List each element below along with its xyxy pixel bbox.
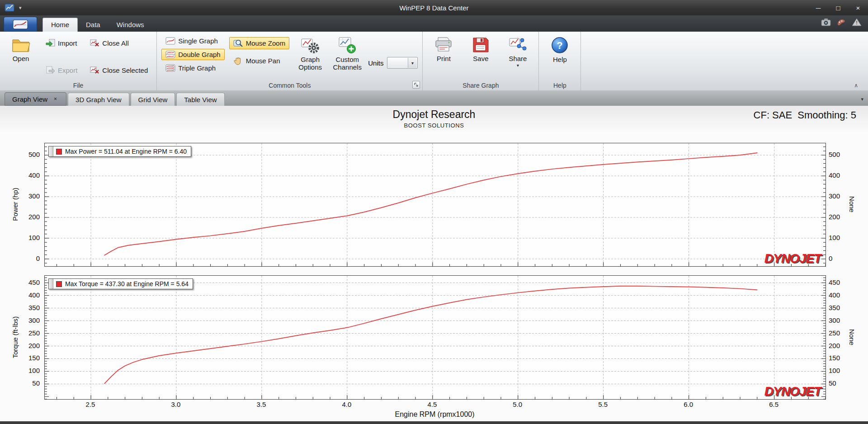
tab-close-icon[interactable]: × xyxy=(52,96,59,103)
save-button[interactable]: Save xyxy=(464,34,497,80)
ribbon-tab-home[interactable]: Home xyxy=(42,18,78,32)
mouse-pan-button[interactable]: Mouse Pan xyxy=(229,55,290,67)
mouse-zoom-button[interactable]: Mouse Zoom xyxy=(229,37,290,49)
custom-channels-button[interactable]: Custom Channels xyxy=(331,34,363,80)
close-button[interactable]: × xyxy=(848,0,868,15)
share-dropdown-arrow-icon[interactable]: ▾ xyxy=(517,64,519,67)
y-tick-label: 200 xyxy=(0,213,40,221)
y-tick-label: 300 xyxy=(0,192,40,200)
theme-brush-icon[interactable] xyxy=(836,18,846,26)
export-button[interactable]: Export xyxy=(42,64,81,76)
single-graph-icon xyxy=(165,37,175,45)
open-label: Open xyxy=(13,55,29,62)
close-selected-icon xyxy=(90,66,99,74)
mouse-zoom-label: Mouse Zoom xyxy=(246,39,286,47)
maximize-button[interactable]: □ xyxy=(828,0,848,15)
quick-access-icon[interactable]: ▾ xyxy=(19,5,22,11)
common-tools-dialog-launcher[interactable] xyxy=(412,81,420,89)
ribbon-collapse-button[interactable]: ∧ xyxy=(851,81,861,90)
import-label: Import xyxy=(58,39,77,47)
torque-plot-area[interactable]: Max Torque = 437.30 at Engine RPM = 5.64… xyxy=(44,275,826,400)
minimize-button[interactable]: ─ xyxy=(808,0,828,15)
triple-graph-button[interactable]: Triple Graph xyxy=(161,62,224,74)
group-label-file: File xyxy=(0,80,156,90)
y-tick-label: 100 xyxy=(0,367,40,375)
y-tick-label-right: 400 xyxy=(829,291,860,299)
tab-table-view-label: Table View xyxy=(184,96,217,104)
svg-text:!: ! xyxy=(856,20,858,25)
power-legend[interactable]: Max Power = 511.04 at Engine RPM = 6.40 xyxy=(48,146,191,157)
tab-grid-view[interactable]: Grid View xyxy=(131,93,175,106)
winpep-logo-icon xyxy=(13,19,28,29)
graph-options-label: Graph Options xyxy=(294,56,326,71)
legend-grip-icon[interactable] xyxy=(49,279,53,289)
share-button[interactable]: Share ▾ xyxy=(501,34,534,80)
group-label-share: Share Graph xyxy=(423,80,538,90)
y-tick-label: 0 xyxy=(0,254,40,263)
y-tick-label-right: 200 xyxy=(829,213,860,221)
y-tick-label: 450 xyxy=(0,278,40,287)
torque-legend[interactable]: Max Torque = 437.30 at Engine RPM = 5.64 xyxy=(48,278,193,289)
close-all-button[interactable]: Close All xyxy=(86,37,152,49)
y-tick-label-right: 400 xyxy=(829,171,860,179)
app-icon[interactable] xyxy=(5,4,14,12)
mouse-zoom-icon xyxy=(233,39,243,47)
x-tick-label: 4.0 xyxy=(333,400,360,408)
single-graph-button[interactable]: Single Graph xyxy=(161,35,224,47)
tab-graph-view[interactable]: Graph View × xyxy=(5,92,66,106)
x-tick-label: 6.0 xyxy=(675,400,702,408)
import-icon xyxy=(46,39,55,47)
save-label: Save xyxy=(473,55,488,62)
y-tick-label: 300 xyxy=(0,316,40,325)
mouse-pan-icon xyxy=(233,57,243,65)
legend-grip-icon[interactable] xyxy=(49,146,53,156)
units-label: Units xyxy=(368,59,383,67)
power-plot-area[interactable]: Max Power = 511.04 at Engine RPM = 6.40 … xyxy=(44,143,826,267)
tab-grid-view-label: Grid View xyxy=(138,96,168,104)
import-button[interactable]: Import xyxy=(42,37,81,49)
tab-3d-graph-view-label: 3D Graph View xyxy=(75,96,121,104)
titlebar: ▾ WinPEP 8 Data Center ─ □ × xyxy=(0,0,868,15)
y-tick-label-right: 500 xyxy=(829,151,860,159)
svg-text:?: ? xyxy=(557,40,563,51)
help-label: Help xyxy=(553,56,567,63)
y-tick-label: 400 xyxy=(0,291,40,299)
export-label: Export xyxy=(58,66,77,74)
close-selected-button[interactable]: Close Selected xyxy=(86,64,152,76)
ribbon-group-common-tools: Single Graph Double Graph Triple Graph xyxy=(157,32,423,90)
graph-options-button[interactable]: Graph Options xyxy=(294,34,326,80)
tab-3d-graph-view[interactable]: 3D Graph View xyxy=(68,93,129,106)
graph-options-icon xyxy=(300,36,320,54)
double-graph-button[interactable]: Double Graph xyxy=(161,49,224,60)
screenshot-icon[interactable] xyxy=(821,18,831,26)
y-tick-label-right: 100 xyxy=(829,234,860,242)
ribbon-tab-data[interactable]: Data xyxy=(78,18,108,32)
mouse-pan-label: Mouse Pan xyxy=(246,57,280,65)
units-dropdown[interactable]: ▾ xyxy=(387,57,418,69)
y-tick-label-right: 200 xyxy=(829,342,860,350)
y-tick-label: 400 xyxy=(0,171,40,179)
print-icon xyxy=(434,36,453,53)
share-icon xyxy=(509,36,527,53)
help-button[interactable]: ? Help xyxy=(543,34,576,80)
open-button[interactable]: Open xyxy=(5,34,37,80)
ribbon-group-file: Open Import Export xyxy=(0,32,157,90)
alert-triangle-icon[interactable]: ! xyxy=(852,18,862,26)
chart-region: Dynojet Research BOOST SOLUTIONS CF: SAE… xyxy=(0,106,868,421)
app-window: ▾ WinPEP 8 Data Center ─ □ × Home Data W… xyxy=(0,0,868,424)
units-dropdown-arrow-icon[interactable]: ▾ xyxy=(408,58,416,68)
close-all-label: Close All xyxy=(102,39,128,47)
save-icon xyxy=(472,36,490,53)
print-button[interactable]: Print xyxy=(427,34,460,80)
y-tick-label: 500 xyxy=(0,151,40,159)
tab-table-view[interactable]: Table View xyxy=(176,93,224,106)
window-bottom-edge xyxy=(0,421,868,424)
app-menu-button[interactable] xyxy=(4,17,37,32)
double-graph-label: Double Graph xyxy=(178,51,220,58)
x-tick-label: 6.5 xyxy=(760,400,788,408)
window-title: WinPEP 8 Data Center xyxy=(0,4,868,12)
ribbon-tab-windows[interactable]: Windows xyxy=(108,18,152,32)
torque-legend-text: Max Torque = 437.30 at Engine RPM = 5.64 xyxy=(65,280,189,287)
close-all-icon xyxy=(90,39,99,47)
tab-overflow-arrow-icon[interactable]: ▾ xyxy=(861,96,863,102)
